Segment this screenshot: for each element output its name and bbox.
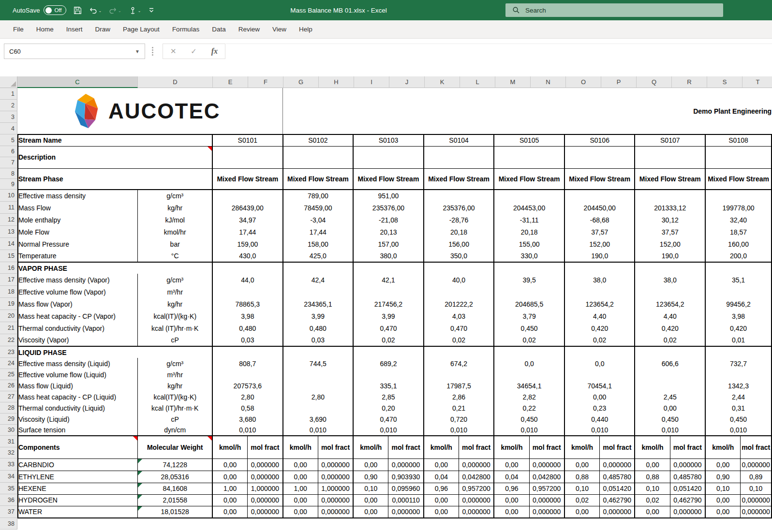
value-cell[interactable]: 789,00 xyxy=(283,190,354,202)
enter-button[interactable]: ✓ xyxy=(191,47,197,56)
value-cell[interactable]: 0,450 xyxy=(494,414,564,425)
unit-cell[interactable]: kcal(IT)/(kg·K) xyxy=(138,310,212,322)
row-header-19[interactable]: 19 xyxy=(0,298,17,310)
mol-fract-value-cell[interactable]: 0,000000 xyxy=(459,506,494,518)
value-cell[interactable]: -21,08 xyxy=(353,214,424,226)
row-header-14[interactable]: 14 xyxy=(0,238,17,250)
value-cell[interactable]: 34,97 xyxy=(212,214,283,226)
unit-cell[interactable]: kg/hr xyxy=(138,380,212,391)
value-cell[interactable] xyxy=(705,369,772,380)
value-cell[interactable]: 689,2 xyxy=(353,358,424,369)
section-header-cell[interactable]: LIQUID PHASE xyxy=(18,346,212,358)
mol-fract-value-cell[interactable]: 0,000000 xyxy=(318,494,353,506)
kmol-header-cell[interactable]: kmol/h xyxy=(635,436,670,458)
unit-cell[interactable]: m³/hr xyxy=(138,369,212,380)
column-header-H[interactable]: H xyxy=(319,76,354,88)
property-label-cell[interactable]: Effective volume flow (Liquid) xyxy=(18,369,138,380)
component-name-cell[interactable]: CARBNDIO xyxy=(18,458,138,471)
value-cell[interactable] xyxy=(283,369,354,380)
value-cell[interactable]: 200,0 xyxy=(705,250,772,262)
row-header-25[interactable]: 25 xyxy=(0,369,17,380)
kmol-value-cell[interactable]: 0,00 xyxy=(705,506,741,518)
stream-header-cell[interactable]: S0107 xyxy=(635,134,705,146)
stream-header-cell[interactable]: S0104 xyxy=(424,134,494,146)
value-cell[interactable]: 0,010 xyxy=(283,425,354,436)
value-cell[interactable] xyxy=(635,190,705,202)
unit-cell[interactable]: kmol/hr xyxy=(138,226,212,238)
description-value-cell[interactable] xyxy=(705,146,772,168)
redo-button[interactable]: ⌄ xyxy=(109,6,121,15)
row-header-30[interactable]: 30 xyxy=(0,425,17,436)
mol-fract-value-cell[interactable]: 0,000000 xyxy=(459,494,494,506)
value-cell[interactable] xyxy=(212,369,283,380)
value-cell[interactable]: 44,0 xyxy=(212,274,283,286)
mol-fract-value-cell[interactable]: 0,957200 xyxy=(529,483,564,494)
kmol-value-cell[interactable]: 0,00 xyxy=(424,458,459,471)
kmol-value-cell[interactable]: 0,00 xyxy=(283,494,318,506)
description-value-cell[interactable] xyxy=(353,146,424,168)
column-header-S[interactable]: S xyxy=(707,76,742,88)
kmol-header-cell[interactable]: kmol/h xyxy=(353,436,388,458)
stream-header-cell[interactable]: S0105 xyxy=(494,134,564,146)
value-cell[interactable]: 20,18 xyxy=(494,226,564,238)
value-cell[interactable]: 78865,3 xyxy=(212,298,283,310)
value-cell[interactable]: 3,98 xyxy=(212,310,283,322)
value-cell[interactable]: 0,010 xyxy=(494,425,564,436)
row-header-8[interactable]: 8 xyxy=(0,168,17,179)
value-cell[interactable] xyxy=(353,369,424,380)
value-cell[interactable]: 0,02 xyxy=(635,334,705,346)
value-cell[interactable]: 335,1 xyxy=(353,380,424,391)
property-label-cell[interactable]: Temperature xyxy=(18,250,138,262)
molecular-weight-cell[interactable]: 18,01528 xyxy=(138,506,212,518)
stream-phase-value-cell[interactable]: Mixed Flow Stream xyxy=(212,168,283,190)
description-value-cell[interactable] xyxy=(212,146,283,168)
row-header-27[interactable]: 27 xyxy=(0,391,17,402)
value-cell[interactable]: 78459,00 xyxy=(283,202,354,214)
value-cell[interactable] xyxy=(564,190,635,202)
value-cell[interactable]: 0,02 xyxy=(353,334,424,346)
mol-fract-header-cell[interactable]: mol fract xyxy=(248,436,283,458)
property-label-cell[interactable]: Mass heat capacity - CP (Vapor) xyxy=(18,310,138,322)
molecular-weight-header-cell[interactable]: Molecular Weight xyxy=(138,436,212,458)
value-cell[interactable] xyxy=(283,402,354,414)
value-cell[interactable]: 732,7 xyxy=(705,358,772,369)
value-cell[interactable]: 0,58 xyxy=(212,402,283,414)
unit-cell[interactable]: g/cm³ xyxy=(138,274,212,286)
value-cell[interactable]: 217456,2 xyxy=(353,298,424,310)
value-cell[interactable]: 606,6 xyxy=(635,358,705,369)
stream-header-cell[interactable]: S0102 xyxy=(283,134,354,146)
kmol-value-cell[interactable]: 0,10 xyxy=(705,483,741,494)
value-cell[interactable]: 35,1 xyxy=(705,274,772,286)
value-cell[interactable]: 0,420 xyxy=(564,322,635,334)
kmol-header-cell[interactable]: kmol/h xyxy=(212,436,248,458)
kmol-value-cell[interactable]: 0,90 xyxy=(705,471,741,483)
description-label-cell[interactable]: Description xyxy=(18,146,212,168)
value-cell[interactable]: 40,0 xyxy=(424,274,494,286)
stream-phase-value-cell[interactable]: Mixed Flow Stream xyxy=(705,168,772,190)
value-cell[interactable]: 123654,2 xyxy=(564,298,635,310)
value-cell[interactable]: 2,80 xyxy=(212,391,283,402)
kmol-value-cell[interactable]: 0,10 xyxy=(635,483,670,494)
customize-qat-button[interactable] xyxy=(148,7,155,14)
value-cell[interactable]: 18,57 xyxy=(705,226,772,238)
unit-cell[interactable]: °C xyxy=(138,250,212,262)
property-label-cell[interactable]: Normal Pressure xyxy=(18,238,138,250)
property-label-cell[interactable]: Effective volume flow (Vapor) xyxy=(18,286,138,298)
row-header-31[interactable]: 31 xyxy=(0,436,17,447)
value-cell[interactable]: 4,03 xyxy=(424,310,494,322)
value-cell[interactable]: 17,44 xyxy=(283,226,354,238)
value-cell[interactable]: 199778,00 xyxy=(705,202,772,214)
kmol-header-cell[interactable]: kmol/h xyxy=(283,436,318,458)
value-cell[interactable]: 0,21 xyxy=(424,402,494,414)
kmol-value-cell[interactable]: 0,00 xyxy=(212,506,248,518)
mol-fract-value-cell[interactable]: 0,000000 xyxy=(529,506,564,518)
value-cell[interactable]: 234365,1 xyxy=(283,298,354,310)
value-cell[interactable]: 0,450 xyxy=(635,414,705,425)
column-header-K[interactable]: K xyxy=(425,76,460,88)
kmol-header-cell[interactable]: kmol/h xyxy=(494,436,529,458)
property-label-cell[interactable]: Mass heat capacity - CP (Liquid) xyxy=(18,391,138,402)
value-cell[interactable]: -28,76 xyxy=(424,214,494,226)
row-header-6[interactable]: 6 xyxy=(0,146,17,157)
autosave-switch[interactable]: Off xyxy=(44,5,66,15)
cell[interactable] xyxy=(705,262,772,274)
